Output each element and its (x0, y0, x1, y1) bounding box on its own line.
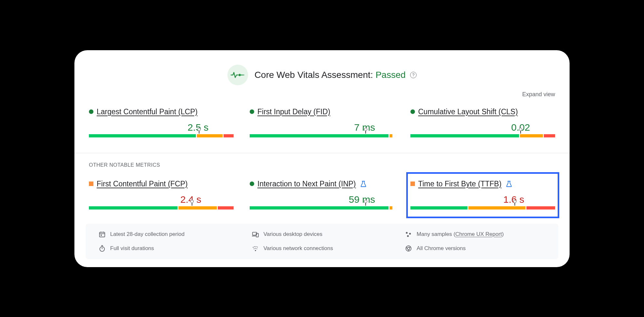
scatter-icon (405, 231, 412, 238)
metric-header: Cumulative Layout Shift (CLS) (410, 107, 555, 116)
svg-point-14 (407, 235, 409, 237)
status-dot-green (250, 182, 254, 186)
metric-value: 1.6 s (410, 194, 555, 205)
metric-card: First Input Delay (FID)7 ms (250, 107, 394, 139)
metric-card: First Contentful Paint (FCP)2.4 s (89, 180, 234, 211)
metric-header: Interaction to Next Paint (INP) (250, 180, 394, 188)
assessment-status: Passed (376, 70, 406, 80)
chrome-ux-report-link[interactable]: Chrome UX Report (455, 231, 502, 237)
footer-chrome: All Chrome versions (405, 245, 545, 252)
footer-durations-text: Full visit durations (110, 245, 154, 252)
footer-chrome-text: All Chrome versions (417, 245, 466, 252)
svg-point-12 (406, 232, 408, 234)
status-dot-green (250, 109, 254, 114)
metric-name-link[interactable]: Interaction to Next Paint (INP) (257, 180, 356, 188)
footer-collection: Latest 28-day collection period (99, 231, 239, 238)
footer-network-text: Various network connections (264, 245, 333, 252)
footer-samples-text: Many samples (Chrome UX Report) (417, 231, 504, 238)
bar-marker (199, 130, 199, 134)
bar-marker (192, 202, 192, 206)
svg-point-13 (409, 233, 411, 235)
metric-header: Largest Contentful Paint (LCP) (89, 107, 234, 116)
other-metrics-row: First Contentful Paint (FCP)2.4 sInterac… (86, 180, 558, 211)
timer-icon (99, 245, 106, 252)
samples-suffix: ) (502, 231, 504, 237)
metric-card: Interaction to Next Paint (INP)59 ms (250, 180, 394, 211)
svg-point-15 (100, 247, 105, 251)
metric-card: Time to First Byte (TTFB)1.6 s (407, 173, 558, 217)
metric-bar (410, 206, 555, 211)
svg-rect-8 (101, 234, 102, 236)
bar-marker (365, 202, 366, 206)
svg-rect-4 (100, 232, 105, 237)
footer-devices: Various desktop devices (252, 231, 392, 238)
assessment-header: Core Web Vitals Assessment: Passed ? (86, 60, 558, 85)
metric-header: First Contentful Paint (FCP) (89, 180, 234, 188)
metric-bar (250, 134, 394, 139)
svg-point-19 (255, 250, 256, 251)
flask-icon (506, 181, 512, 187)
assessment-title: Core Web Vitals Assessment: Passed ? (255, 70, 417, 80)
metric-name-link[interactable]: Cumulative Layout Shift (CLS) (418, 107, 518, 116)
flask-icon (360, 181, 366, 187)
metric-header: First Input Delay (FID) (250, 107, 394, 116)
footer-collection-text: Latest 28-day collection period (110, 231, 185, 238)
footer-devices-text: Various desktop devices (264, 231, 322, 238)
metric-value: 7 ms (250, 122, 394, 133)
calendar-icon (99, 231, 106, 238)
bar-marker (514, 202, 515, 206)
status-square-orange (410, 182, 415, 186)
metric-card: Largest Contentful Paint (LCP)2.5 s (89, 107, 234, 139)
footer-durations: Full visit durations (99, 245, 239, 252)
status-dot-green (89, 109, 93, 114)
metric-name-link[interactable]: Largest Contentful Paint (LCP) (97, 107, 197, 116)
metric-value: 0.02 (410, 122, 555, 133)
footer-samples: Many samples (Chrome UX Report) (405, 231, 545, 238)
chrome-icon (405, 245, 412, 252)
footer-info: Latest 28-day collection period Various … (86, 224, 558, 259)
core-metrics-row: Largest Contentful Paint (LCP)2.5 sFirst… (86, 107, 558, 139)
metric-name-link[interactable]: First Input Delay (FID) (257, 107, 330, 116)
metric-bar (89, 206, 234, 211)
network-icon (252, 245, 259, 252)
metric-card: Cumulative Layout Shift (CLS)0.02 (410, 107, 555, 139)
metric-value: 59 ms (250, 194, 394, 205)
footer-network: Various network connections (252, 245, 392, 252)
bar-marker (365, 130, 366, 134)
devices-icon (252, 231, 259, 238)
help-icon[interactable]: ? (410, 72, 417, 78)
metric-header: Time to First Byte (TTFB) (410, 180, 555, 188)
metric-value: 2.4 s (89, 194, 234, 205)
metric-name-link[interactable]: First Contentful Paint (FCP) (97, 180, 187, 188)
expand-view-link[interactable]: Expand view (522, 91, 555, 98)
metric-bar (410, 134, 555, 139)
samples-prefix: Many samples ( (417, 231, 455, 237)
metric-bar (250, 206, 394, 211)
status-dot-green (410, 109, 415, 114)
status-square-orange (89, 182, 93, 186)
metric-bar (89, 134, 234, 139)
core-web-vitals-panel: Core Web Vitals Assessment: Passed ? Exp… (74, 50, 570, 267)
title-prefix: Core Web Vitals Assessment: (255, 70, 373, 80)
metric-name-link[interactable]: Time to First Byte (TTFB) (418, 180, 502, 188)
bar-marker (520, 130, 521, 134)
pulse-icon (227, 65, 248, 85)
metric-value: 2.5 s (89, 122, 234, 133)
svg-point-0 (238, 74, 241, 76)
